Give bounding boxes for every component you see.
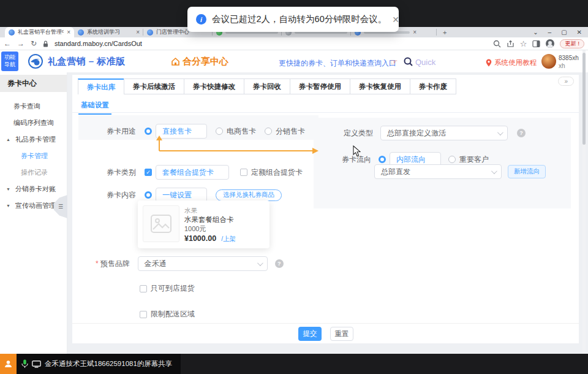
refresh-icon[interactable]: ↻	[31, 40, 37, 47]
tab-close-icon[interactable]: ×	[413, 29, 417, 36]
submit-button[interactable]: 提交	[298, 327, 322, 341]
new-tab-area: +	[436, 27, 447, 37]
browser-menu-icon[interactable]: ⌄	[533, 29, 538, 36]
product-name: 水果套餐组合卡	[184, 215, 236, 224]
reset-button[interactable]: 重置	[330, 327, 353, 341]
sidebar-title: 券卡中心	[0, 75, 67, 92]
flow-select[interactable]: 总部直发	[374, 164, 502, 179]
browser-update-button[interactable]: 更新 !	[560, 39, 584, 48]
checkbox-limit-delivery-area[interactable]: 限制配送区域	[140, 309, 195, 319]
product-onshelf-link[interactable]: /上架	[221, 235, 236, 243]
info-icon: i	[196, 14, 206, 25]
image-icon	[151, 215, 172, 233]
tab-card-void[interactable]: 券卡作废	[410, 78, 456, 94]
app-title: 礼盒营销 – 标准版	[48, 56, 126, 67]
update-badge: !	[578, 40, 579, 47]
sidebar-item-code-sequence-query[interactable]: 编码序列查询	[0, 115, 67, 131]
share-icon[interactable]	[507, 40, 514, 48]
zoom-icon[interactable]	[493, 40, 501, 48]
delivery-area-row: 限制配送区域	[140, 309, 195, 319]
tab-resume-use[interactable]: 券卡恢复使用	[350, 78, 410, 94]
store-pickup-row: 只可到店提货	[140, 283, 195, 294]
bookmark-star-icon[interactable]: ☆	[520, 40, 527, 48]
meeting-participant-icon	[0, 354, 17, 374]
tree-expand-icon[interactable]: ▲	[6, 137, 12, 142]
sidebar-item-distribution-reconciliation[interactable]: ▼ 分销券卡对账	[0, 181, 67, 197]
product-price: ¥1000.00	[184, 234, 216, 243]
tab-followup-activation[interactable]: 券卡后续激活	[124, 78, 184, 94]
tab-close-icon[interactable]: ×	[67, 29, 70, 36]
checkbox-unchecked-icon	[140, 285, 147, 292]
product-spec: 1000元	[184, 224, 236, 234]
divider	[72, 112, 579, 113]
checkbox-fixed-amount-card[interactable]: 定额组合提货卡	[240, 167, 303, 178]
side-panel-icon[interactable]	[532, 40, 540, 48]
panel-collapse-button[interactable]: »	[558, 77, 574, 86]
quick-entry-text: 更快捷的券卡、订单和快递查询入口	[279, 58, 396, 69]
tab-card-recycle[interactable]: 券卡回收	[244, 78, 290, 94]
tab-suspend-use[interactable]: 券卡暂停使用	[290, 78, 350, 94]
tab-card-outbound[interactable]: 券卡出库	[78, 78, 124, 94]
tab-separator	[436, 29, 437, 36]
tab-quick-edit[interactable]: 券卡快捷修改	[184, 78, 244, 94]
tree-collapse-icon[interactable]: ▼	[6, 204, 12, 208]
forward-icon[interactable]: →	[17, 40, 24, 47]
back-icon[interactable]: ←	[4, 40, 11, 47]
add-flow-button[interactable]: 新增流向	[508, 165, 546, 178]
radio-important-customer[interactable]: 重要客户	[448, 155, 489, 165]
screen-share-bar: 金禾通技术王斌18662591081的屏幕共享	[0, 354, 588, 374]
mouse-cursor	[353, 145, 361, 157]
checkbox-combo-pickup-card[interactable]: 套餐组合提货卡	[145, 165, 229, 180]
window-close-icon[interactable]: ✕	[577, 29, 582, 36]
username: 8385xh xh	[559, 55, 579, 70]
screen-share-icon	[32, 361, 41, 368]
tab-close-icon[interactable]: ×	[136, 29, 140, 36]
quick-label[interactable]: Quick	[415, 58, 435, 67]
scrollbar-thumb[interactable]	[582, 53, 586, 145]
chevron-down-icon	[491, 168, 497, 174]
new-tab-button[interactable]: +	[443, 29, 447, 36]
checkbox-checked-icon	[145, 169, 152, 176]
user-avatar[interactable]	[541, 54, 556, 69]
quick-search-icon[interactable]	[404, 57, 413, 66]
content-label: 券卡内容	[107, 190, 136, 200]
tree-collapse-icon[interactable]: ▼	[6, 187, 12, 191]
toast-close-icon[interactable]: ✕	[392, 15, 399, 25]
help-icon[interactable]: ?	[517, 129, 526, 137]
product-image-placeholder	[143, 205, 179, 242]
sidebar-item-card-query[interactable]: 券卡查询	[0, 98, 67, 115]
location-pin-icon	[486, 59, 492, 67]
share-center-link[interactable]: 合分享中心	[171, 56, 228, 67]
meeting-toast: i 会议已超过2人，自动转为60分钟限时会议。 ✕	[187, 7, 399, 32]
definition-type-row: 定义类型 总部直接定义激活 ?	[344, 126, 526, 140]
select-gift-products-button[interactable]: 选择兑换礼券商品	[216, 189, 282, 201]
help-icon[interactable]: ?	[275, 259, 284, 268]
definition-type-label: 定义类型	[344, 128, 373, 139]
category-row: 券卡类别 套餐组合提货卡 定额组合提货卡	[107, 165, 303, 180]
main-panel: » 券卡出库 券卡后续激活 券卡快捷修改 券卡回收 券卡暂停使用 券卡恢复使用 …	[72, 75, 579, 343]
category-label: 券卡类别	[107, 167, 136, 178]
definition-type-select[interactable]: 总部直接定义激活	[380, 126, 508, 140]
checkbox-store-pickup-only[interactable]: 只可到店提货	[140, 283, 195, 294]
browser-profile-avatar[interactable]	[546, 39, 554, 48]
sidebar-item-operation-log[interactable]: 操作记录	[0, 164, 67, 181]
window-controls: ⌄ – ▢ ✕	[528, 27, 587, 37]
browser-tab-1[interactable]: 礼盒营销平台管理中心 ×	[5, 27, 74, 37]
card-tabs: 券卡出库 券卡后续激活 券卡快捷修改 券卡回收 券卡暂停使用 券卡恢复使用 券卡…	[78, 78, 456, 94]
tab-label: 系统培训学习	[87, 28, 133, 36]
screen: 礼盒营销平台管理中心 × 系统培训学习 × 门店管理中心 ×	[0, 0, 588, 374]
sidebar-item-gift-card-management[interactable]: ▲ 礼品券卡管理	[0, 131, 67, 148]
checkbox-unchecked-icon	[140, 311, 147, 318]
minimize-icon[interactable]: –	[548, 29, 552, 36]
address-bar-actions: ☆ 更新 !	[493, 39, 584, 48]
url-text[interactable]: standard.maboy.cn/CardsOut	[55, 40, 142, 47]
tutorial-link[interactable]: 系统使用教程	[486, 58, 537, 67]
sidebar-item-card-management[interactable]: 券卡管理	[0, 148, 67, 164]
brand-label: 预售品牌	[100, 259, 130, 269]
function-nav-toggle[interactable]: 功能 导航	[1, 52, 18, 71]
radio-off-icon	[448, 156, 456, 163]
tab-favicon	[147, 29, 153, 36]
maximize-icon[interactable]: ▢	[561, 29, 567, 36]
browser-tab-2[interactable]: 系统培训学习 ×	[74, 27, 143, 37]
brand-select[interactable]: 金禾通	[138, 256, 268, 271]
